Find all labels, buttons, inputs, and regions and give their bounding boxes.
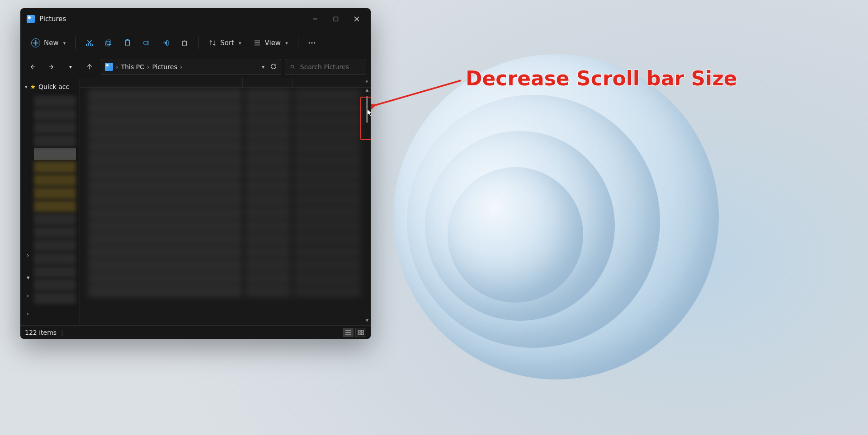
svg-rect-31 bbox=[358, 333, 360, 335]
paste-button[interactable] bbox=[119, 35, 136, 51]
rename-icon bbox=[142, 39, 151, 47]
maximize-button[interactable] bbox=[326, 12, 346, 26]
column-name[interactable] bbox=[80, 78, 243, 87]
more-button[interactable] bbox=[304, 35, 320, 51]
file-explorer-window: Pictures New ▾ bbox=[20, 8, 371, 339]
explorer-body: ▾ ★ Quick acc bbox=[20, 78, 371, 325]
svg-point-21 bbox=[308, 42, 310, 44]
chevron-right-icon[interactable]: › bbox=[27, 310, 29, 317]
nav-item[interactable] bbox=[34, 227, 76, 239]
rename-button[interactable] bbox=[138, 35, 155, 51]
toolbar: New ▾ Sort ▾ View ▾ bbox=[20, 30, 371, 56]
view-button[interactable]: View ▾ bbox=[249, 35, 292, 51]
column-type[interactable]: ▾ bbox=[292, 78, 371, 87]
nav-item[interactable] bbox=[34, 135, 76, 147]
svg-point-5 bbox=[91, 44, 93, 46]
pictures-folder-icon bbox=[105, 63, 113, 71]
share-button[interactable] bbox=[157, 35, 174, 51]
vertical-scrollbar[interactable]: ▲ ▼ bbox=[363, 88, 371, 323]
search-box[interactable] bbox=[285, 59, 366, 75]
breadcrumb-this-pc[interactable]: This PC bbox=[121, 63, 144, 70]
new-button[interactable]: New ▾ bbox=[27, 35, 70, 51]
breadcrumb-separator: › bbox=[147, 63, 150, 70]
chevron-down-icon: ▾ bbox=[25, 84, 28, 90]
refresh-icon bbox=[270, 63, 277, 70]
view-icon bbox=[253, 39, 261, 47]
separator bbox=[198, 37, 198, 49]
scroll-track[interactable] bbox=[365, 92, 369, 318]
more-icon bbox=[307, 38, 316, 47]
svg-rect-14 bbox=[167, 41, 169, 46]
separator bbox=[75, 37, 76, 49]
nav-item[interactable] bbox=[34, 240, 76, 252]
svg-point-4 bbox=[87, 44, 89, 46]
scroll-thumb[interactable] bbox=[366, 96, 368, 123]
column-headers[interactable]: ▾ bbox=[80, 78, 371, 88]
nav-item[interactable] bbox=[34, 214, 76, 225]
breadcrumb-pictures[interactable]: Pictures bbox=[152, 63, 177, 70]
file-list-blurred bbox=[88, 88, 361, 323]
minimize-icon bbox=[312, 16, 318, 22]
details-view-toggle[interactable] bbox=[343, 328, 354, 337]
chevron-right-icon[interactable]: › bbox=[27, 252, 29, 258]
details-view-icon bbox=[345, 330, 351, 335]
copy-button[interactable] bbox=[100, 35, 117, 51]
address-row: ▾ › This PC › Pictures › ▾ bbox=[20, 56, 371, 78]
nav-item[interactable] bbox=[34, 279, 76, 291]
chevron-right-icon[interactable]: › bbox=[27, 292, 29, 299]
svg-rect-29 bbox=[358, 330, 360, 332]
chevron-down-icon: ▾ bbox=[285, 40, 288, 46]
separator bbox=[298, 37, 298, 49]
window-title: Pictures bbox=[39, 15, 305, 23]
sort-button[interactable]: Sort ▾ bbox=[204, 35, 245, 51]
annotation-label: Decrease Scroll bar Size bbox=[466, 67, 737, 90]
nav-item[interactable] bbox=[34, 292, 76, 304]
forward-button[interactable] bbox=[44, 59, 59, 75]
cut-button[interactable] bbox=[81, 35, 98, 51]
thumbnails-view-toggle[interactable] bbox=[355, 328, 366, 337]
delete-button[interactable] bbox=[176, 35, 193, 51]
back-button[interactable] bbox=[25, 59, 40, 75]
close-button[interactable] bbox=[346, 12, 367, 26]
thumbnails-view-icon bbox=[358, 330, 364, 335]
svg-rect-1 bbox=[334, 17, 338, 21]
recent-locations-button[interactable]: ▾ bbox=[63, 59, 78, 75]
content-pane[interactable]: ▾ ▲ bbox=[80, 78, 371, 325]
navigation-pane[interactable]: ▾ ★ Quick acc bbox=[20, 78, 80, 325]
nav-item-selected[interactable] bbox=[34, 148, 76, 160]
nav-item[interactable] bbox=[34, 174, 76, 186]
nav-item[interactable] bbox=[34, 253, 76, 265]
chevron-down-icon[interactable]: ▾ bbox=[365, 79, 368, 84]
up-button[interactable] bbox=[82, 59, 97, 75]
svg-line-6 bbox=[88, 40, 92, 44]
nav-item[interactable] bbox=[34, 266, 76, 278]
nav-item[interactable] bbox=[34, 201, 76, 212]
nav-item[interactable] bbox=[34, 96, 76, 108]
nav-item[interactable] bbox=[34, 161, 76, 173]
svg-rect-30 bbox=[361, 330, 363, 332]
nav-item[interactable] bbox=[34, 187, 76, 199]
column-date[interactable] bbox=[243, 78, 292, 87]
share-icon bbox=[161, 39, 170, 47]
nav-item[interactable] bbox=[34, 109, 76, 121]
arrow-right-icon bbox=[48, 63, 55, 70]
chevron-down-icon: ▾ bbox=[239, 40, 241, 46]
arrow-left-icon bbox=[29, 63, 36, 70]
sort-label: Sort bbox=[220, 39, 234, 47]
address-history-dropdown[interactable]: ▾ bbox=[262, 64, 264, 70]
search-input[interactable] bbox=[300, 63, 361, 70]
titlebar[interactable]: Pictures bbox=[20, 8, 371, 30]
view-label: View bbox=[265, 39, 281, 47]
minimize-button[interactable] bbox=[305, 12, 326, 26]
chevron-down-icon[interactable]: ▾ bbox=[27, 274, 30, 281]
item-count: 122 items bbox=[25, 329, 57, 336]
quick-access-node[interactable]: ▾ ★ Quick acc bbox=[20, 80, 80, 93]
address-bar[interactable]: › This PC › Pictures › ▾ bbox=[101, 59, 281, 75]
search-icon bbox=[290, 64, 296, 70]
breadcrumb-separator: › bbox=[116, 63, 118, 70]
desktop-bloom-shape bbox=[448, 167, 583, 303]
refresh-button[interactable] bbox=[270, 63, 277, 71]
nav-item[interactable] bbox=[34, 122, 76, 134]
scroll-up-arrow-icon[interactable]: ▲ bbox=[366, 88, 369, 92]
scroll-down-arrow-icon[interactable]: ▼ bbox=[366, 318, 369, 323]
